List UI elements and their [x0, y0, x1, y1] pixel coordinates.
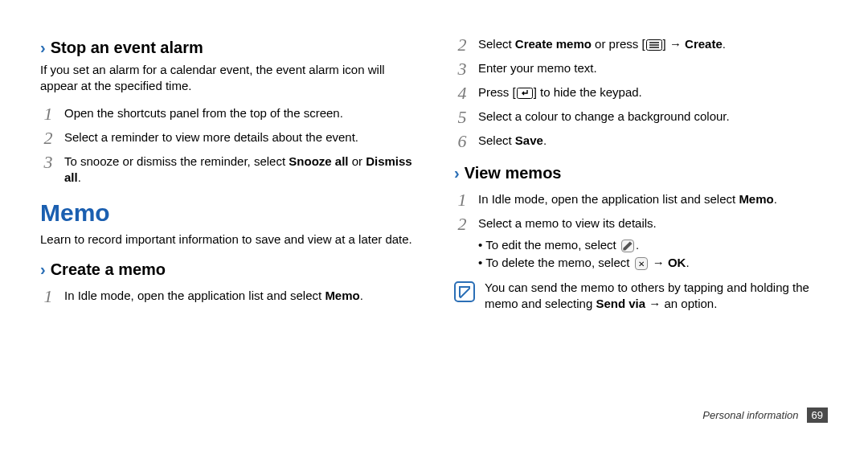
step-number: 5: [454, 107, 470, 126]
heading-view-memos: ›View memos: [454, 164, 828, 182]
text-fragment: ] to hide the keypad.: [534, 85, 642, 99]
stop-step-1: 1 Open the shortcuts panel from the top …: [40, 104, 414, 123]
back-key-icon: [517, 88, 533, 99]
note-box: You can send the memo to others by tappi…: [454, 280, 828, 313]
chevron-icon: ›: [40, 260, 46, 278]
left-column: ›Stop an event alarm If you set an alarm…: [40, 32, 414, 418]
edit-icon: [621, 240, 634, 252]
bullet-delete: • To delete the memo, select ✕ → OK.: [478, 255, 828, 271]
step-number: 2: [454, 35, 470, 54]
stop-step-2: 2 Select a reminder to view more details…: [40, 128, 414, 147]
section-title-memo: Memo: [40, 199, 414, 227]
note-text: You can send the memo to others by tappi…: [485, 280, 828, 313]
stop-step-3: 3 To snooze or dismiss the reminder, sel…: [40, 152, 414, 186]
page-footer: Personal information 69: [702, 408, 828, 423]
stop-alarm-intro: If you set an alarm for a calendar event…: [40, 62, 414, 95]
create-step-3: 3 Enter your memo text.: [454, 59, 828, 78]
heading-stop-alarm: ›Stop an event alarm: [40, 39, 414, 57]
heading-view-memos-text: View memos: [465, 164, 562, 182]
create-step-5: 5 Select a colour to change a background…: [454, 107, 828, 126]
heading-create-memo-text: Create a memo: [51, 260, 166, 278]
text-fragment: Select Create memo or press [: [478, 37, 645, 51]
step-number: 1: [40, 286, 56, 305]
step-number: 1: [454, 190, 470, 209]
step-text: Select a colour to change a background c…: [478, 107, 730, 125]
note-icon: [454, 281, 475, 302]
manual-page: ›Stop an event alarm If you set an alarm…: [0, 0, 868, 434]
step-text: Select Create memo or press [ ] → Create…: [478, 35, 726, 52]
memo-intro: Learn to record important information to…: [40, 231, 414, 248]
step-number: 2: [454, 214, 470, 233]
footer-section: Personal information: [702, 409, 798, 421]
step-text: Select Save.: [478, 131, 547, 149]
menu-key-icon: [646, 39, 662, 51]
create-step-1: 1 In Idle mode, open the application lis…: [40, 286, 414, 305]
text-fragment: → OK.: [649, 256, 690, 269]
step-number: 3: [454, 59, 470, 78]
page-number: 69: [807, 408, 828, 423]
text-fragment: ] → Create.: [663, 37, 726, 51]
view-step-1: 1 In Idle mode, open the application lis…: [454, 190, 828, 209]
delete-icon: ✕: [635, 257, 648, 270]
step-text: Select a memo to view its details.: [478, 214, 657, 231]
step-number: 6: [454, 131, 470, 150]
step-number: 1: [40, 104, 56, 123]
create-step-2: 2 Select Create memo or press [ ] → Crea…: [454, 35, 828, 54]
heading-stop-alarm-text: Stop an event alarm: [51, 39, 203, 56]
step-text: To snooze or dismiss the reminder, selec…: [64, 152, 414, 186]
step-text: Enter your memo text.: [478, 59, 597, 76]
bullet-edit: • To edit the memo, select .: [478, 237, 828, 253]
create-step-6: 6 Select Save.: [454, 131, 828, 150]
chevron-icon: ›: [454, 164, 460, 182]
step-number: 4: [454, 83, 470, 102]
step-number: 3: [40, 152, 56, 171]
step-text: In Idle mode, open the application list …: [478, 190, 777, 207]
create-step-4: 4 Press [ ] to hide the keypad.: [454, 83, 828, 102]
step-text: Press [ ] to hide the keypad.: [478, 83, 642, 100]
step-text: Select a reminder to view more details a…: [64, 128, 358, 145]
right-column: 2 Select Create memo or press [ ] → Crea…: [454, 32, 828, 418]
text-fragment: • To edit the memo, select: [478, 238, 620, 252]
step-text: Open the shortcuts panel from the top of…: [64, 104, 343, 121]
heading-create-memo: ›Create a memo: [40, 260, 414, 279]
chevron-icon: ›: [40, 39, 46, 56]
text-fragment: • To delete the memo, select: [478, 256, 633, 269]
step-text: In Idle mode, open the application list …: [64, 286, 363, 304]
step-number: 2: [40, 128, 56, 147]
text-fragment: Press [: [478, 85, 516, 99]
view-step-2: 2 Select a memo to view its details.: [454, 214, 828, 233]
